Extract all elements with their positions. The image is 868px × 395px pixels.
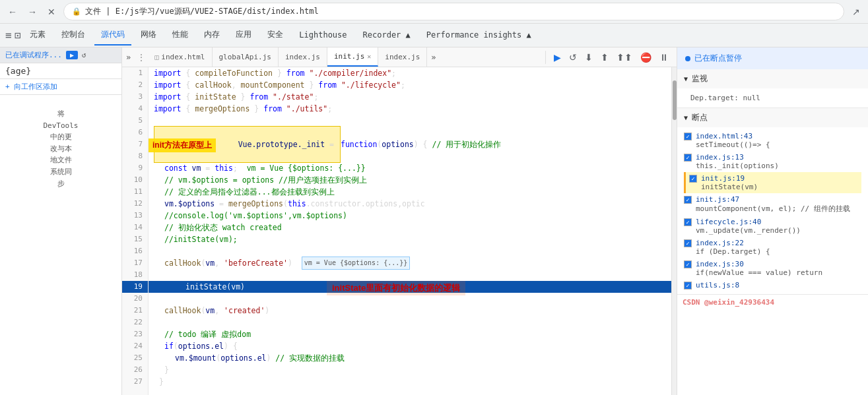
code-line-5: [149, 115, 671, 127]
close-tab-icon[interactable]: ✕: [367, 53, 371, 60]
close-button[interactable]: ✕: [45, 4, 58, 20]
forward-button[interactable]: →: [25, 4, 40, 20]
annotation-init-text: init方法在原型上: [149, 138, 216, 152]
tab-label-init-js: init.js: [334, 52, 364, 61]
add-workspace-button[interactable]: + 向工作区添加: [0, 79, 121, 95]
bp-code-3: initState(vm): [689, 183, 861, 191]
line-numbers: 1 2 3 4 5 6 7 8 9 10 11 12 13: [122, 67, 149, 395]
paused-dot: [685, 56, 690, 61]
bp-file-6: index.js:22: [696, 239, 744, 247]
tab-lighthouse[interactable]: Lighthouse: [292, 26, 353, 45]
watermark-container: CSDN @weixin_42936434: [677, 295, 868, 309]
bp-code-5: vm._update(vm._render()): [684, 226, 861, 235]
ln-25: 25: [122, 352, 148, 364]
code-line-18: [149, 269, 671, 281]
play-button[interactable]: ▶: [551, 51, 564, 64]
bp-file-2: index.js:13: [696, 153, 744, 162]
code-line-22: [149, 317, 671, 328]
bp-checkbox-2[interactable]: [684, 154, 692, 162]
tab-label-index-js-1: index.js: [285, 53, 320, 61]
code-line-4: import { mergeOptions } from "./utils";: [149, 103, 671, 115]
watch-content: Dep.target: null: [677, 88, 868, 107]
devtools-main: 已在调试程序... ▶ ↺ {age} + 向工作区添加 将DevTools中的…: [0, 47, 868, 395]
bp-code-2: this._init(options): [684, 162, 861, 170]
bp-index-js-13: index.js:13 this._init(options): [684, 151, 861, 172]
devtools-tab-bar: ≡ ⊡ 元素 控制台 源代码 网络 性能 内存 应用 安全 Lighthouse…: [0, 24, 868, 47]
preview-value: {age}: [0, 63, 121, 79]
step-over-btn[interactable]: ↺: [566, 51, 580, 64]
bp-checkbox-4[interactable]: [684, 196, 692, 204]
bp-checkbox-7[interactable]: [684, 260, 692, 268]
step-into-btn[interactable]: ⬇: [582, 51, 595, 64]
scroll-indicator[interactable]: [671, 67, 677, 395]
deactivate-bp-btn[interactable]: ⛔: [638, 51, 654, 64]
devtools-menu-icon[interactable]: ≡: [5, 29, 12, 42]
tab-performance[interactable]: 性能: [166, 25, 195, 46]
resume-button[interactable]: ▶: [66, 51, 78, 59]
file-tabs-bar: » ⋮ ◫ index.html globalApi.js index.js i…: [122, 47, 677, 67]
paused-label: 已在调试程序...: [5, 50, 62, 60]
step-out-btn[interactable]: ⬆: [598, 51, 611, 64]
step-btn[interactable]: ⬆⬆: [614, 51, 635, 64]
tabs-more-icon[interactable]: »: [122, 53, 135, 62]
ln-2: 2: [122, 79, 148, 91]
file-tab-init-js[interactable]: init.js ✕: [327, 47, 378, 67]
bp-checkbox-1[interactable]: [684, 133, 692, 140]
watch-title: 监视: [692, 73, 708, 84]
tab-application[interactable]: 应用: [229, 25, 258, 46]
bp-file-7: index.js:30: [696, 260, 744, 268]
address-text: 文件 | E:/js学习/vue源码/VUE2-STAGE/dist/index…: [85, 6, 836, 17]
bp-init-js-19: init.js:19 initState(vm): [684, 172, 861, 193]
ln-16: 16: [122, 245, 148, 257]
code-line-24: if(options.el) {: [149, 340, 671, 352]
tab-elements[interactable]: 元素: [23, 25, 52, 46]
bp-code-6: if (Dep.target) {: [684, 247, 861, 256]
bp-file-4: init.js:47: [696, 195, 739, 204]
step-over-button[interactable]: ↺: [82, 51, 86, 59]
tabs-overflow-icon[interactable]: »: [427, 53, 440, 62]
code-editor: 1 2 3 4 5 6 7 8 9 10 11 12 13: [122, 67, 677, 395]
bp-checkbox-3[interactable]: [689, 175, 697, 183]
bp-checkbox-5[interactable]: [684, 218, 692, 226]
bp-row-3: init.js:19: [689, 174, 861, 183]
tab-console[interactable]: 控制台: [55, 25, 92, 46]
file-tab-global-api[interactable]: globalApi.js: [213, 47, 279, 67]
devtools-inspect-icon[interactable]: ⊡: [15, 29, 21, 42]
bp-checkbox-8[interactable]: [684, 282, 692, 289]
bp-row-1: index.html:43: [684, 132, 861, 140]
code-line-14: // 初始化状态 watch created: [149, 222, 671, 233]
tab-recorder[interactable]: Recorder ▲: [356, 26, 417, 45]
address-bar[interactable]: 🔒 文件 | E:/js学习/vue源码/VUE2-STAGE/dist/ind…: [63, 3, 844, 20]
tab-security[interactable]: 安全: [261, 25, 290, 46]
ln-7: 7: [122, 138, 148, 150]
tab-network[interactable]: 网络: [134, 25, 163, 46]
tab-memory[interactable]: 内存: [197, 25, 226, 46]
pause-on-exc-btn[interactable]: ⏸: [657, 51, 671, 64]
code-line-15: //initState(vm);: [149, 233, 671, 245]
code-line-3: import { initState } from "./state";: [149, 91, 671, 103]
ln-12: 12: [122, 198, 148, 210]
ln-17: 17: [122, 257, 148, 269]
code-line-23: // todo 编译 虚拟dom: [149, 328, 671, 340]
file-tab-index-html[interactable]: ◫ index.html: [148, 47, 212, 67]
bp-checkbox-6[interactable]: [684, 239, 692, 247]
bp-file-1: index.html:43: [696, 132, 752, 140]
bp-code-4: mountComponent(vm, el); // 组件的挂载: [684, 204, 861, 214]
tab-sources[interactable]: 源代码: [94, 25, 131, 46]
ln-5: 5: [122, 115, 148, 127]
back-button[interactable]: ←: [5, 4, 20, 20]
tab-perf-insights[interactable]: Performance insights ▲: [420, 26, 538, 45]
share-button[interactable]: ↗: [850, 4, 863, 20]
ln-8: 8: [122, 150, 148, 162]
bp-index-js-22: index.js:22 if (Dep.target) {: [684, 237, 861, 258]
bp-code-1: setTimeout(()=> {: [684, 140, 861, 149]
breakpoints-section-header[interactable]: ▼ 断点: [677, 108, 868, 127]
file-tab-index-js-2[interactable]: index.js: [378, 47, 427, 67]
tabs-menu-icon[interactable]: ⋮: [135, 53, 148, 62]
code-line-16: [149, 245, 671, 257]
ln-24: 24: [122, 340, 148, 352]
file-tab-index-js-1[interactable]: index.js: [279, 47, 327, 67]
browser-chrome: ← → ✕ 🔒 文件 | E:/js学习/vue源码/VUE2-STAGE/di…: [0, 0, 868, 24]
watch-chevron-icon: ▼: [684, 75, 688, 82]
watch-section-header[interactable]: ▼ 监视: [677, 69, 868, 88]
